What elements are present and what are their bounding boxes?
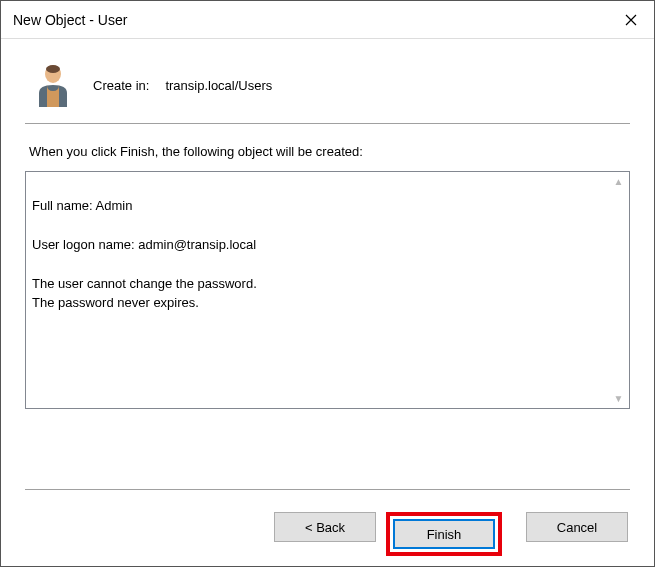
button-row: < Back Finish Cancel	[25, 512, 630, 556]
svg-point-1	[46, 65, 60, 73]
window-title: New Object - User	[13, 12, 608, 28]
summary-textbox[interactable]: Full name: Admin User logon name: admin@…	[25, 171, 630, 409]
finish-highlight: Finish	[386, 512, 502, 556]
finish-button[interactable]: Finish	[393, 519, 495, 549]
back-button[interactable]: < Back	[274, 512, 376, 542]
create-in-row: Create in: transip.local/Users	[25, 57, 630, 123]
scroll-down-icon[interactable]: ▼	[610, 390, 627, 407]
create-in-text: Create in: transip.local/Users	[93, 78, 272, 93]
dialog-footer: < Back Finish Cancel	[25, 471, 630, 556]
titlebar: New Object - User	[1, 1, 654, 39]
summary-content: Full name: Admin User logon name: admin@…	[32, 196, 623, 313]
header-divider	[25, 123, 630, 124]
dialog-content: Create in: transip.local/Users When you …	[1, 39, 654, 566]
close-icon	[625, 14, 637, 26]
instruction-text: When you click Finish, the following obj…	[29, 144, 630, 159]
user-icon	[33, 63, 73, 107]
close-button[interactable]	[608, 1, 654, 39]
scroll-up-icon[interactable]: ▲	[610, 173, 627, 190]
dialog-window: New Object - User Create in: transip.loc…	[0, 0, 655, 567]
create-in-label: Create in:	[93, 78, 149, 93]
create-in-path: transip.local/Users	[165, 78, 272, 93]
cancel-button[interactable]: Cancel	[526, 512, 628, 542]
footer-divider	[25, 489, 630, 490]
